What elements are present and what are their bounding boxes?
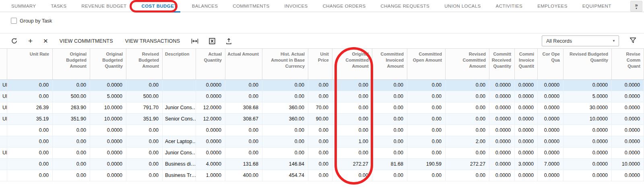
cell-committed-open-amount[interactable]: 0.00 — [407, 147, 446, 159]
column-header-unit-price[interactable]: Unit Price — [308, 49, 332, 79]
cell-revised-committed-amount[interactable]: 0.00 — [446, 147, 489, 159]
cell-actual-amount[interactable]: 0.00 — [225, 91, 262, 102]
cell-revised-budgeted-amount[interactable]: 351.90 — [126, 114, 163, 125]
cell-original-budgeted-amount[interactable]: 263.90 — [53, 102, 90, 114]
cell-original-committed-amount[interactable]: 272.27 — [332, 159, 372, 170]
cell-unit-price[interactable]: 0.00 — [308, 136, 332, 147]
delete-row-button[interactable]: ✕ — [38, 35, 54, 47]
cell-committed-invoiced-qty[interactable]: 0.0000 — [515, 170, 538, 181]
cell-committed-invoiced-amount[interactable]: 0.00 — [372, 136, 407, 147]
cell-committed-invoiced-qty[interactable]: 0.0000 — [515, 125, 538, 136]
column-header-hist-actual-amount[interactable]: Hist. Actual Amount in Base Currency — [262, 49, 308, 79]
cell-actual-quantity[interactable]: 0.0000 — [196, 125, 225, 136]
cell-revised-committed-amount[interactable]: 0.00 — [446, 114, 489, 125]
cell-currency[interactable] — [0, 159, 7, 170]
cell-original-budgeted-amount[interactable]: 0.00 — [53, 125, 90, 136]
column-header-committed-open-amount[interactable]: Committed Open Amount — [407, 49, 446, 79]
cell-original-budgeted-amount[interactable]: 0.00 — [53, 136, 90, 147]
cell-revised-committed-amount[interactable]: 0.00 — [446, 80, 489, 91]
cell-original-budgeted-amount[interactable]: 500.00 — [53, 91, 90, 102]
cell-committed-open-qty[interactable]: 0.0000 — [538, 147, 564, 159]
add-row-button[interactable]: + — [23, 35, 38, 47]
cell-revised-budgeted-qty[interactable]: 10.0000 — [564, 114, 612, 125]
cell-actual-quantity[interactable]: 0.0000 — [196, 147, 225, 159]
column-header-actual-quantity[interactable]: Actual Quantity — [196, 49, 225, 79]
cell-committed-received-qty[interactable]: 0.0000 — [489, 170, 515, 181]
cell-unit-rate[interactable]: 0.00 — [7, 136, 53, 147]
cell-actual-quantity[interactable]: 0.0000 — [196, 136, 225, 147]
cell-committed-invoiced-qty[interactable]: 0.0000 — [515, 147, 538, 159]
cell-committed-open-qty[interactable]: 7.0000 — [538, 159, 564, 170]
cell-unit-price[interactable]: 0.00 — [308, 125, 332, 136]
cell-original-committed-amount[interactable]: 0.00 — [332, 170, 372, 181]
cell-original-budgeted-amount[interactable]: 0.00 — [53, 159, 90, 170]
cell-hist-actual-amount[interactable]: 360.00 — [262, 114, 308, 125]
cell-actual-amount[interactable]: 308.67 — [225, 114, 262, 125]
cell-original-budgeted-qty[interactable]: 10.0000 — [90, 102, 126, 114]
cell-hist-actual-amount[interactable]: 0.00 — [262, 136, 308, 147]
cell-committed-invoiced-qty[interactable]: 0.0000 — [515, 91, 538, 102]
cell-original-committed-amount[interactable]: 0.00 — [332, 102, 372, 114]
table-row[interactable]: UR0.000.000.00000.00Junior Cons…0.00000.… — [0, 147, 644, 159]
cell-revised-budgeted-amount[interactable]: 0.00 — [126, 147, 163, 159]
cell-hist-actual-amount[interactable]: 0.00 — [262, 80, 308, 91]
cell-committed-received-qty[interactable]: 0.0000 — [489, 136, 515, 147]
cell-committed-received-qty[interactable]: 0.0000 — [489, 114, 515, 125]
view-transactions-button[interactable]: VIEW TRANSACTIONS — [119, 35, 186, 47]
cell-description[interactable]: Acer Laptop… — [163, 136, 196, 147]
cell-description[interactable]: Junior Cons… — [163, 147, 196, 159]
column-header-unit-rate[interactable]: Unit Rate — [7, 49, 53, 79]
cell-hist-actual-amount[interactable]: 360.00 — [262, 102, 308, 114]
column-header-original-budgeted-amount[interactable]: Original Budgeted Amount — [53, 49, 90, 79]
cell-committed-invoiced-amount[interactable]: 0.00 — [372, 91, 407, 102]
cell-unit-price[interactable]: 0.00 — [308, 170, 332, 181]
cell-revised-committed-qty[interactable]: 0.0000 — [612, 147, 644, 159]
cell-original-budgeted-qty[interactable]: 5.0000 — [90, 91, 126, 102]
cell-committed-invoiced-qty[interactable]: 3.0000 — [515, 159, 538, 170]
cell-revised-committed-qty[interactable]: 0.0000 — [612, 80, 644, 91]
cell-committed-invoiced-qty[interactable]: 0.0000 — [515, 136, 538, 147]
tab-employees[interactable]: EMPLOYEES — [537, 0, 568, 12]
tab-change-requests[interactable]: CHANGE REQUESTS — [380, 0, 429, 12]
tab-summary[interactable]: SUMMARY — [11, 0, 36, 12]
cell-original-committed-amount[interactable]: 0.00 — [332, 91, 372, 102]
cell-unit-rate[interactable]: 0.00 — [7, 80, 53, 91]
tab-invoices[interactable]: INVOICES — [285, 0, 308, 12]
cell-revised-committed-qty[interactable]: 0.0000 — [612, 125, 644, 136]
cell-actual-quantity[interactable]: 4.0000 — [196, 159, 225, 170]
cell-committed-open-amount[interactable]: 0.00 — [407, 114, 446, 125]
cell-currency[interactable] — [0, 170, 7, 181]
cell-original-budgeted-amount[interactable]: 0.00 — [53, 170, 90, 181]
cell-currency[interactable] — [0, 125, 7, 136]
cell-description[interactable] — [163, 125, 196, 136]
group-by-task-checkbox[interactable] — [11, 18, 17, 24]
cell-hist-actual-amount[interactable]: 0.00 — [262, 125, 308, 136]
column-header-original-budgeted-qty[interactable]: Original Budgeted Quantity — [90, 49, 126, 79]
column-header-original-committed-amount[interactable]: Original Committed Amount — [332, 49, 372, 79]
cell-original-budgeted-amount[interactable]: 0.00 — [53, 80, 90, 91]
cell-revised-committed-qty[interactable]: 0.0000 — [612, 91, 644, 102]
cell-revised-budgeted-qty[interactable]: 30.0000 — [564, 102, 612, 114]
table-row[interactable]: 0.000.000.00000.00Acer Laptop…0.00000.00… — [0, 136, 644, 147]
cell-revised-budgeted-qty[interactable]: 5.0000 — [564, 91, 612, 102]
cell-revised-committed-amount[interactable]: 272.27 — [446, 159, 489, 170]
column-header-revised-budgeted-qty[interactable]: Revised Budgeted Quantity — [564, 49, 612, 79]
cell-committed-received-qty[interactable]: 0.0000 — [489, 80, 515, 91]
cell-unit-rate[interactable]: 0.00 — [7, 91, 53, 102]
cell-revised-budgeted-amount[interactable]: 0.00 — [126, 170, 163, 181]
cell-description[interactable]: Junior Cons… — [163, 102, 196, 114]
cell-original-budgeted-qty[interactable]: 0.0000 — [90, 159, 126, 170]
tab-change-orders[interactable]: CHANGE ORDERS — [323, 0, 366, 12]
column-header-currency[interactable] — [0, 49, 7, 79]
cell-actual-amount[interactable]: 0.00 — [225, 136, 262, 147]
tab-equipment[interactable]: EQUIPMENT — [582, 0, 611, 12]
cell-currency[interactable]: UR — [0, 80, 7, 91]
cell-revised-committed-amount[interactable]: 0.00 — [446, 125, 489, 136]
cell-committed-open-qty[interactable]: 0.0000 — [538, 102, 564, 114]
cell-committed-received-qty[interactable]: 0.0000 — [489, 91, 515, 102]
cell-unit-rate[interactable]: 26.39 — [7, 102, 53, 114]
cell-hist-actual-amount[interactable]: 0.00 — [262, 147, 308, 159]
table-row[interactable]: UR35.19351.9010.0000351.90Senior Cons…12… — [0, 114, 644, 125]
table-row[interactable]: UR0.000.000.00000.000.00000.000.000.000.… — [0, 80, 644, 91]
view-commitments-button[interactable]: VIEW COMMITMENTS — [54, 35, 119, 47]
